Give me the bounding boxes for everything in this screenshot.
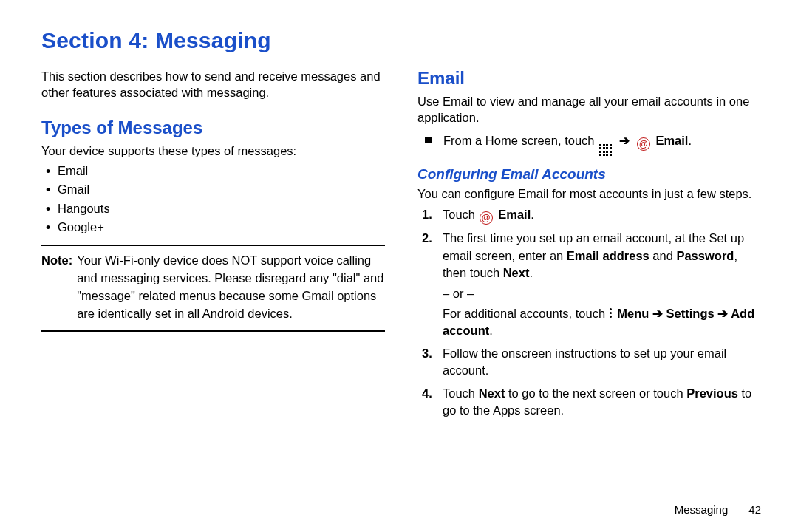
left-column: This section describes how to send and r…: [41, 68, 385, 425]
step-bold: Previous: [686, 386, 738, 400]
instruction-row: From a Home screen, touch ➔ @ Email.: [417, 132, 761, 157]
types-heading: Types of Messages: [41, 117, 385, 138]
email-circle-icon: @: [480, 211, 493, 225]
step-number: 3.: [417, 345, 443, 362]
email-label: Email: [655, 134, 688, 147]
config-lead: You can configure Email for most account…: [417, 185, 761, 202]
step-text: and: [649, 249, 677, 262]
ordered-steps: 1. Touch @ Email. 2. The first time you …: [417, 206, 761, 419]
step-text: Follow the onscreen instructions to set …: [443, 345, 761, 380]
config-heading: Configuring Email Accounts: [417, 166, 761, 183]
from-home-text: From a Home screen, touch: [443, 134, 595, 147]
square-bullet-icon: [425, 137, 432, 143]
list-item: Email: [41, 162, 385, 181]
step-text: to go to the next screen or touch: [505, 386, 686, 400]
step-number: 4.: [417, 385, 443, 402]
step-bold: Email address: [567, 249, 649, 262]
email-circle-icon: @: [637, 137, 650, 151]
list-item: Hangouts: [41, 200, 385, 219]
apps-grid-icon: [599, 134, 612, 157]
page-footer: Messaging 42: [675, 503, 761, 516]
note-text: Your Wi-Fi-only device does NOT support …: [77, 252, 385, 323]
types-lead: Your device supports these types of mess…: [41, 143, 385, 159]
step-text: For additional accounts, touch: [443, 307, 609, 320]
overflow-menu-icon: [610, 307, 612, 319]
step-text: Touch: [443, 386, 479, 400]
step-number: 2.: [417, 230, 443, 247]
step-bold: Next: [503, 266, 530, 279]
note-label: Note:: [41, 252, 72, 323]
step-text: Touch: [443, 208, 475, 221]
step-bold: Password: [676, 249, 734, 262]
divider: [41, 245, 385, 246]
list-item: Gmail: [41, 180, 385, 200]
step-bold: Email: [498, 208, 531, 221]
step-bold: Next: [479, 386, 505, 400]
section-title: Section 4: Messaging: [41, 28, 764, 53]
step-number: 1.: [417, 206, 443, 223]
note-block: Note: Your Wi-Fi-only device does NOT su…: [41, 252, 385, 323]
step-item: 1. Touch @ Email.: [417, 206, 761, 225]
email-heading: Email: [417, 68, 761, 89]
arrow-icon: ➔: [619, 134, 630, 147]
footer-section: Messaging: [675, 503, 729, 516]
or-divider: – or –: [443, 285, 761, 302]
types-list: Email Gmail Hangouts Google+: [41, 162, 385, 237]
email-intro: Use Email to view and manage all your em…: [417, 93, 761, 126]
step-item: 2. The first time you set up an email ac…: [417, 230, 761, 340]
step-item: 3. Follow the onscreen instructions to s…: [417, 345, 761, 380]
intro-text: This section describes how to send and r…: [41, 68, 385, 101]
list-item: Google+: [41, 218, 385, 237]
right-column: Email Use Email to view and manage all y…: [417, 68, 761, 425]
footer-page-number: 42: [748, 503, 761, 516]
divider: [41, 330, 385, 332]
step-item: 4. Touch Next to go to the next screen o…: [417, 385, 761, 420]
